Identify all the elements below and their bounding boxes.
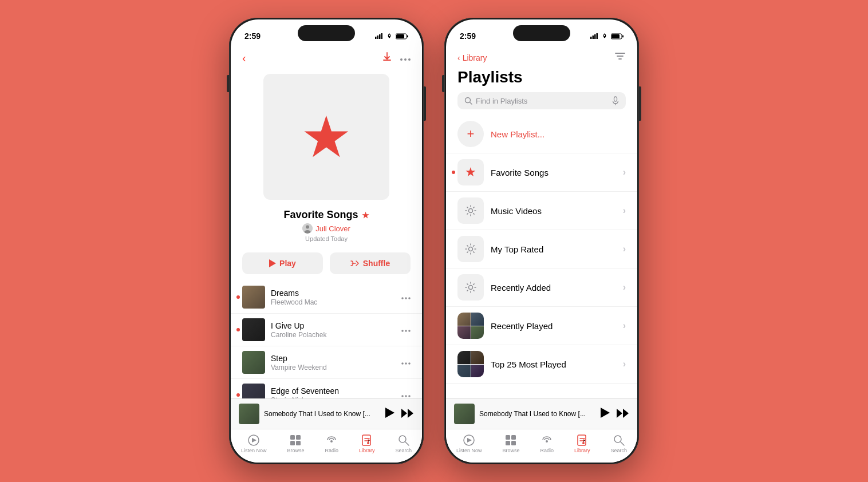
np-play-button-1[interactable] bbox=[385, 408, 394, 420]
tab-library-1[interactable]: Library bbox=[359, 434, 375, 453]
song-more-edge[interactable] bbox=[401, 390, 411, 398]
tab-search-1[interactable]: Search bbox=[395, 434, 412, 453]
svg-rect-62 bbox=[506, 435, 510, 440]
dot-dreams bbox=[236, 295, 240, 299]
np-forward-icon-1 bbox=[401, 409, 414, 418]
playlist-item-favorite[interactable]: ★ Favorite Songs › bbox=[446, 153, 637, 192]
shuffle-icon bbox=[350, 259, 360, 267]
back-to-library-button[interactable]: ‹ Library bbox=[457, 53, 487, 62]
song-more-dreams[interactable] bbox=[401, 292, 411, 302]
svg-point-24 bbox=[405, 395, 407, 397]
svg-rect-33 bbox=[290, 441, 295, 445]
playlist-item-top25[interactable]: Top 25 Most Played › bbox=[446, 345, 637, 384]
status-time-2: 2:59 bbox=[460, 31, 476, 41]
tab-radio-2[interactable]: Radio bbox=[540, 434, 554, 453]
nav-icons-right-1 bbox=[382, 52, 411, 65]
search-icon-tab-2 bbox=[613, 434, 625, 447]
tab-radio-1[interactable]: Radio bbox=[325, 434, 338, 453]
song-item-igu[interactable]: I Give Up Caroline Polachek bbox=[231, 314, 422, 346]
wifi-icon-2 bbox=[601, 33, 609, 39]
svg-point-56 bbox=[469, 286, 473, 290]
tab-search-2[interactable]: Search bbox=[610, 434, 627, 453]
svg-rect-2 bbox=[379, 34, 381, 39]
top25-cell-1 bbox=[457, 351, 471, 364]
song-title-igu: I Give Up bbox=[271, 321, 401, 330]
song-item-step[interactable]: Step Vampire Weekend bbox=[231, 346, 422, 379]
gear-icon-top-rated bbox=[464, 243, 477, 255]
thumb-edge bbox=[242, 384, 265, 398]
new-playlist-item[interactable]: + New Playlist... bbox=[446, 115, 637, 153]
pl-chevron-recently-added: › bbox=[623, 282, 626, 293]
new-playlist-label: New Playlist... bbox=[491, 129, 545, 139]
playlist-item-top-rated[interactable]: My Top Rated › bbox=[446, 230, 637, 268]
song-artist-dreams: Fleetwood Mac bbox=[271, 298, 401, 306]
playlist-item-recently-played[interactable]: Recently Played › bbox=[446, 307, 637, 345]
avatar-icon bbox=[302, 223, 313, 234]
svg-rect-3 bbox=[381, 33, 383, 39]
svg-rect-63 bbox=[511, 435, 516, 440]
ellipsis-icon-step bbox=[401, 362, 411, 365]
tab-listen-now-1[interactable]: Listen Now bbox=[241, 434, 267, 453]
tab-label-browse-2: Browse bbox=[502, 448, 519, 453]
svg-point-16 bbox=[408, 297, 411, 299]
pl-info-favorite: Favorite Songs bbox=[491, 168, 623, 177]
pl-chevron-music-videos: › bbox=[623, 206, 626, 216]
pl-chevron-top-rated: › bbox=[623, 244, 626, 254]
song-item-edge[interactable]: Edge of Seventeen Stevie Nicks bbox=[231, 379, 422, 398]
pl-name-favorite: Favorite Songs bbox=[491, 168, 623, 177]
dynamic-island-1 bbox=[298, 25, 355, 41]
svg-point-20 bbox=[401, 362, 404, 365]
tab-listen-now-2[interactable]: Listen Now bbox=[456, 434, 482, 453]
thumb-cell-4 bbox=[471, 326, 484, 339]
song-info-edge: Edge of Seventeen Stevie Nicks bbox=[271, 386, 401, 399]
svg-point-8 bbox=[404, 58, 407, 61]
top25-cell-4 bbox=[471, 365, 484, 378]
now-playing-1[interactable]: Somebody That I Used to Know [... bbox=[231, 398, 422, 429]
download-icon-1 bbox=[382, 52, 392, 62]
song-item-dreams[interactable]: Dreams Fleetwood Mac bbox=[231, 281, 422, 314]
thumb-igu bbox=[242, 318, 265, 341]
more-button-1[interactable] bbox=[400, 52, 411, 64]
svg-marker-27 bbox=[401, 409, 407, 418]
download-button-1[interactable] bbox=[382, 52, 392, 65]
signal-icon-2 bbox=[590, 33, 598, 39]
song-artist-step: Vampire Weekend bbox=[271, 364, 401, 372]
svg-point-66 bbox=[546, 440, 548, 443]
search-bar[interactable]: Find in Playlists bbox=[457, 92, 626, 109]
shuffle-button[interactable]: Shuffle bbox=[330, 252, 411, 274]
playlists-page-title: Playlists bbox=[446, 68, 637, 92]
playlist-item-recently-added[interactable]: Recently Added › bbox=[446, 268, 637, 307]
listen-now-icon-2 bbox=[463, 434, 475, 447]
tab-browse-2[interactable]: Browse bbox=[502, 434, 519, 453]
filter-button[interactable] bbox=[614, 52, 626, 64]
tab-browse-1[interactable]: Browse bbox=[287, 434, 304, 453]
np-thumb-1 bbox=[239, 404, 259, 424]
library-icon-1 bbox=[361, 434, 373, 447]
song-more-igu[interactable] bbox=[401, 325, 411, 335]
playlist-list: + New Playlist... ★ Favorite Songs › bbox=[446, 115, 637, 398]
tab-label-browse-1: Browse bbox=[287, 448, 304, 453]
np-play-icon-1 bbox=[385, 408, 394, 418]
status-icons-2 bbox=[590, 33, 624, 39]
phones-container: 2:59 bbox=[229, 18, 639, 464]
play-button[interactable]: Play bbox=[242, 252, 323, 274]
playlist-item-music-videos[interactable]: Music Videos › bbox=[446, 192, 637, 230]
dot-favorite-songs bbox=[452, 171, 455, 174]
np-forward-icon-2 bbox=[617, 409, 629, 418]
pl-icon-recently-added bbox=[457, 274, 484, 301]
ellipsis-icon-1 bbox=[400, 58, 411, 61]
star-icon-favorite: ★ bbox=[465, 165, 476, 180]
thumb-dreams bbox=[242, 286, 265, 309]
tab-library-2[interactable]: Library bbox=[574, 434, 590, 453]
now-playing-2[interactable]: Somebody That I Used to Know [... bbox=[446, 398, 637, 429]
action-buttons: Play Shuffle bbox=[231, 248, 422, 281]
svg-point-18 bbox=[405, 330, 407, 332]
back-button-1[interactable]: ‹ bbox=[242, 52, 246, 65]
np-play-button-2[interactable] bbox=[601, 408, 610, 420]
np-forward-button-2[interactable] bbox=[617, 409, 629, 420]
np-forward-button-1[interactable] bbox=[401, 409, 414, 420]
svg-point-50 bbox=[465, 98, 471, 103]
tab-label-listen-now-1: Listen Now bbox=[241, 448, 267, 453]
library-icon-2 bbox=[576, 434, 589, 447]
song-more-step[interactable] bbox=[401, 357, 411, 368]
